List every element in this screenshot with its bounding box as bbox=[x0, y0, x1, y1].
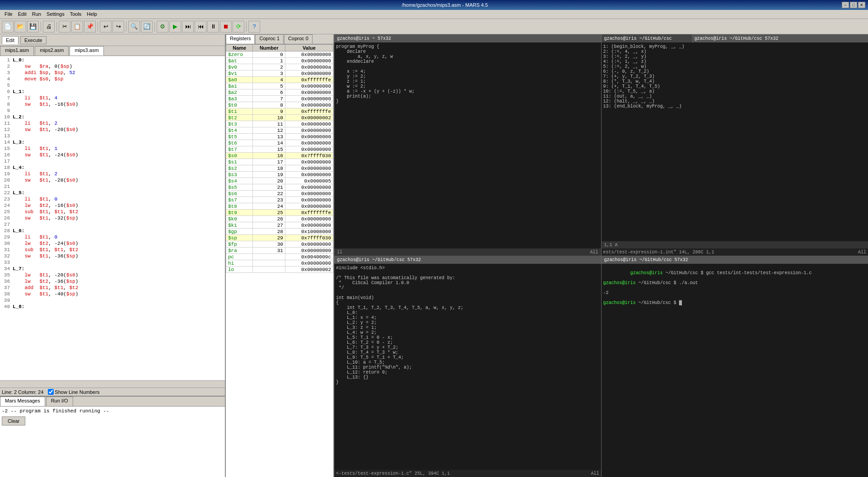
copy-button[interactable]: 📋 bbox=[71, 21, 83, 33]
run-button[interactable]: ▶ bbox=[169, 21, 181, 33]
pause-button[interactable]: ⏸ bbox=[207, 21, 219, 33]
code-line: 1L_0: bbox=[0, 57, 225, 63]
menu-bar: File Edit Run Settings Tools Help bbox=[0, 10, 868, 19]
stop-button[interactable]: ⏹ bbox=[220, 21, 232, 33]
print-button[interactable]: 🖨 bbox=[43, 21, 55, 33]
show-line-numbers-checkbox[interactable] bbox=[48, 389, 54, 395]
line-content bbox=[13, 133, 225, 139]
cursor-position: Line: 2 Column: 24 bbox=[2, 389, 43, 395]
reg-val: 0xfffffffe bbox=[285, 108, 333, 115]
reg-name: $s7 bbox=[226, 197, 253, 203]
reg-val: 0x00000002 bbox=[285, 267, 333, 273]
reset-button[interactable]: ⟳ bbox=[233, 21, 244, 33]
line-content: li $t1, 2 bbox=[13, 120, 225, 126]
redo-button[interactable]: ↪ bbox=[112, 21, 124, 33]
line-content bbox=[13, 82, 225, 89]
reg-num bbox=[253, 267, 285, 273]
assemble-button[interactable]: ⚙ bbox=[157, 21, 168, 33]
minimize-button[interactable]: − bbox=[842, 2, 849, 8]
reg-num: 20 bbox=[253, 178, 285, 184]
reg-val: 0x00000000 bbox=[285, 96, 333, 102]
menu-edit[interactable]: Edit bbox=[15, 11, 29, 18]
line-number: 13 bbox=[0, 133, 13, 139]
tab-mips3[interactable]: mips3.asm bbox=[70, 46, 103, 56]
menu-tools[interactable]: Tools bbox=[67, 11, 84, 18]
tab-mips2[interactable]: mips2.asm bbox=[35, 46, 69, 56]
show-line-numbers-label[interactable]: Show Line Numbers bbox=[48, 389, 99, 395]
reg-name: $v0 bbox=[226, 64, 253, 70]
clear-button[interactable]: Clear bbox=[2, 416, 25, 426]
new-button[interactable]: 📄 bbox=[2, 21, 14, 33]
line-content: L_2: bbox=[13, 114, 225, 120]
register-row: $a0 4 0xfffffffe bbox=[226, 77, 333, 83]
line-number: 1 bbox=[0, 57, 13, 63]
tab-mars-messages[interactable]: Mars Messages bbox=[0, 397, 45, 406]
tab-run-io[interactable]: Run I/O bbox=[46, 397, 73, 406]
reg-val: 0x00000000 bbox=[285, 203, 333, 210]
horizontal-scrollbar[interactable] bbox=[0, 380, 225, 388]
code-line: 17 bbox=[0, 158, 225, 164]
line-number: 35 bbox=[0, 272, 13, 278]
terminal-bottom-left-title: gzachos@iris ~/GitHub/csc 57x32 bbox=[334, 256, 601, 264]
code-line: 22L_5: bbox=[0, 190, 225, 196]
register-row: $gp 28 0x10008000 bbox=[226, 229, 333, 235]
code-editor-section: 1L_0:2 sw $ra, 0($sp)3 addi $sp, $sp, 52… bbox=[0, 56, 225, 396]
register-row: $a2 6 0x00000000 bbox=[226, 89, 333, 96]
help-button[interactable]: ? bbox=[248, 21, 260, 33]
undo-button[interactable]: ↩ bbox=[100, 21, 112, 33]
reg-num: 2 bbox=[253, 64, 285, 70]
code-editor[interactable]: 1L_0:2 sw $ra, 0($sp)3 addi $sp, $sp, 52… bbox=[0, 56, 225, 380]
reg-val: 0x00000000 bbox=[285, 89, 333, 96]
reg-name: $t7 bbox=[226, 146, 253, 153]
reg-name: $s1 bbox=[226, 159, 253, 165]
register-row: $s5 21 0x00000000 bbox=[226, 184, 333, 191]
register-row: $ra 31 0x00000000 bbox=[226, 248, 333, 254]
open-button[interactable]: 📂 bbox=[14, 21, 26, 33]
reg-name: $t6 bbox=[226, 140, 253, 146]
save-button[interactable]: 💾 bbox=[27, 21, 39, 33]
menu-run[interactable]: Run bbox=[29, 11, 44, 18]
replace-button[interactable]: 🔄 bbox=[141, 21, 153, 33]
line-content: lw $t2, -16($s0) bbox=[13, 202, 225, 209]
reg-name: $s3 bbox=[226, 172, 253, 178]
menu-help[interactable]: Help bbox=[84, 11, 100, 18]
code-line: 16 sw $t1, -24($s0) bbox=[0, 152, 225, 158]
cut-button[interactable]: ✂ bbox=[59, 21, 70, 33]
maximize-button[interactable]: □ bbox=[850, 2, 857, 8]
line-content: sw $t1, -16($s0) bbox=[13, 101, 225, 108]
separator-5 bbox=[154, 22, 155, 32]
reg-val: 0x00000000 bbox=[285, 197, 333, 203]
tab-coproc0[interactable]: Coproc 0 bbox=[284, 34, 313, 44]
edit-tab-button[interactable]: Edit bbox=[2, 36, 19, 44]
reg-name: $t4 bbox=[226, 127, 253, 134]
tab-coproc1[interactable]: Coproc 1 bbox=[255, 34, 284, 44]
bottom-panel: Mars Messages Run I/O -2 -- program is f… bbox=[0, 396, 225, 477]
reg-num: 4 bbox=[253, 77, 285, 83]
execute-tab-button[interactable]: Execute bbox=[20, 36, 47, 44]
menu-file[interactable]: File bbox=[2, 11, 15, 18]
reg-name: $gp bbox=[226, 229, 253, 235]
step-button[interactable]: ⏭ bbox=[182, 21, 194, 33]
reg-val: 0x00000000 bbox=[285, 184, 333, 191]
code-line: 15 li $t1, 1 bbox=[0, 145, 225, 152]
reg-val: 0x00000000 bbox=[285, 127, 333, 134]
menu-settings[interactable]: Settings bbox=[44, 11, 67, 18]
paste-button[interactable]: 📌 bbox=[84, 21, 96, 33]
reg-num: 7 bbox=[253, 96, 285, 102]
vim-content: 1: (begin_block, myProg, _, _) 2: (:=, 4… bbox=[602, 42, 868, 241]
tab-registers[interactable]: Registers bbox=[226, 34, 255, 44]
terminal-bottom-left-content: #include <stdio.h> /* This file was auto… bbox=[334, 264, 601, 470]
bottom-messages: -2 -- program is finished running -- Cle… bbox=[0, 407, 225, 477]
code-line: 7 li $t1, 4 bbox=[0, 95, 225, 101]
line-number: 30 bbox=[0, 240, 13, 247]
close-button[interactable]: ✕ bbox=[858, 2, 865, 8]
line-number: 20 bbox=[0, 177, 13, 183]
find-button[interactable]: 🔍 bbox=[128, 21, 140, 33]
tab-mips1[interactable]: mips1.asm bbox=[0, 46, 34, 56]
reg-name: $t2 bbox=[226, 115, 253, 121]
backstep-button[interactable]: ⏮ bbox=[195, 21, 206, 33]
reg-val: 0x00000000 bbox=[285, 241, 333, 248]
terminal-top-left-status: ll All bbox=[334, 248, 601, 256]
line-number: 6 bbox=[0, 89, 13, 95]
register-table: Name Number Value $zero 0 0x00000000 $at… bbox=[226, 44, 333, 477]
